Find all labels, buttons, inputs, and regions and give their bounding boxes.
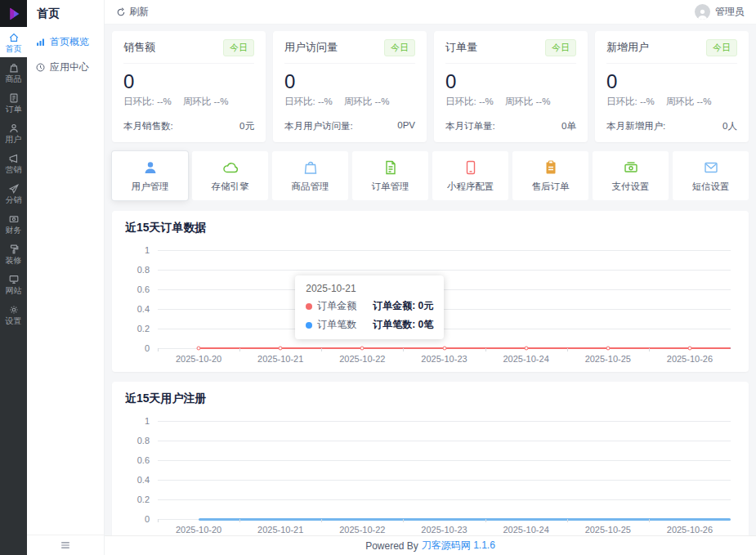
x-tick-label: 2025-10-23 xyxy=(403,354,485,364)
stat-footer: 本月销售数: 0元 xyxy=(123,120,254,132)
x-axis: 2025-10-202025-10-212025-10-222025-10-23… xyxy=(158,519,731,535)
shortcut-payment-settings[interactable]: 支付设置 xyxy=(593,151,669,200)
stat-title: 订单量 xyxy=(445,40,477,55)
shortcut-label: 短信设置 xyxy=(692,181,730,193)
sidebar-item-app-center[interactable]: 应用中心 xyxy=(27,55,104,80)
shortcut-label: 存储引擎 xyxy=(212,181,249,193)
shortcut-sms-settings[interactable]: 短信设置 xyxy=(673,151,749,200)
stat-ratios: 日环比: --% 周环比 --% xyxy=(123,96,254,108)
chart-body: 10.80.60.40.20 2025-10-21 订单金额 订单金额: 0元 xyxy=(125,250,736,348)
rail-item-marketing[interactable]: 营销 xyxy=(0,148,27,178)
orders-chart-card: 近15天订单数据 10.80.60.40.20 2025-10-21 订单金额 … xyxy=(112,211,749,372)
logo-icon xyxy=(5,5,23,23)
mail-icon xyxy=(703,159,719,176)
bar-chart-icon xyxy=(35,37,46,47)
x-tick-label: 2025-10-25 xyxy=(567,525,649,535)
shortcut-label: 订单管理 xyxy=(372,181,409,193)
rail-item-label: 分销 xyxy=(6,196,22,204)
secondary-sidebar: 首页 首页概览 应用中心 xyxy=(27,0,105,555)
refresh-button[interactable]: 刷新 xyxy=(116,5,149,19)
rail-item-goods[interactable]: 商品 xyxy=(0,57,27,87)
gridline xyxy=(158,289,731,290)
refresh-label: 刷新 xyxy=(129,5,149,19)
user-manage-icon xyxy=(142,159,159,176)
series-name: 订单金额 xyxy=(317,299,356,313)
footer-link[interactable]: 刀客源码网 1.1.6 xyxy=(422,539,495,553)
shortcut-order-manage[interactable]: 订单管理 xyxy=(352,151,428,200)
x-tick-label: 2025-10-22 xyxy=(321,354,403,364)
x-tick-label: 2025-10-21 xyxy=(239,354,321,364)
stat-card-new-users: 新增用户 今日 0 日环比: --% 周环比 --% 本月新增用户: 0人 xyxy=(595,31,749,142)
data-point-dot[interactable] xyxy=(360,347,365,351)
data-point-dot[interactable] xyxy=(524,347,528,351)
week-ratio: 周环比 --% xyxy=(183,96,229,108)
y-axis: 10.80.60.40.20 xyxy=(125,250,158,348)
main-area: 刷新 管理员 销售额 今日 0 日环比: --% xyxy=(105,0,756,555)
shortcut-user-manage[interactable]: 用户管理 xyxy=(112,151,188,200)
x-tick-label: 2025-10-22 xyxy=(321,525,403,535)
primary-nav-rail: 首页 商品 订单 用户 营销 分销 财务 装修 xyxy=(0,0,27,555)
x-tick-label: 2025-10-26 xyxy=(649,354,731,364)
y-tick-label: 1 xyxy=(145,416,150,426)
y-axis: 10.80.60.40.20 xyxy=(125,421,158,519)
tooltip-row: 订单笔数 订单笔数: 0笔 xyxy=(306,318,433,332)
tooltip-row: 订单金额 订单金额: 0元 xyxy=(306,299,433,313)
rail-item-finance[interactable]: 财务 xyxy=(0,208,27,239)
gridline xyxy=(158,441,731,441)
x-tick-label: 2025-10-24 xyxy=(485,525,567,535)
gridline xyxy=(158,329,731,329)
rail-item-decorate[interactable]: 装修 xyxy=(0,239,27,269)
data-point-dot[interactable] xyxy=(606,347,610,351)
week-ratio: 周环比 --% xyxy=(666,96,712,108)
rail-item-distribution[interactable]: 分销 xyxy=(0,178,27,208)
user-menu[interactable]: 管理员 xyxy=(695,4,745,20)
settings-icon xyxy=(8,304,20,316)
x-tick-label: 2025-10-26 xyxy=(649,525,731,535)
shortcut-miniprogram-config[interactable]: 小程序配置 xyxy=(432,151,508,200)
y-tick-label: 0.4 xyxy=(137,304,150,314)
gridline xyxy=(158,499,731,500)
data-point-dot[interactable] xyxy=(279,347,283,351)
rail-item-orders[interactable]: 订单 xyxy=(0,87,27,118)
data-point-dot[interactable] xyxy=(442,347,446,351)
sidebar-collapse-button[interactable] xyxy=(27,535,104,555)
rail-item-label: 装修 xyxy=(6,257,22,265)
shortcut-label: 商品管理 xyxy=(292,181,329,193)
rail-item-label: 营销 xyxy=(6,166,22,174)
cloud-icon xyxy=(222,159,239,176)
series-dot-blue xyxy=(306,322,312,329)
series-value: 订单金额: 0元 xyxy=(361,299,433,313)
data-point-dot[interactable] xyxy=(197,347,201,351)
y-tick-label: 0 xyxy=(145,514,150,524)
gridline xyxy=(158,250,731,251)
sidebar-title: 首页 xyxy=(27,0,104,29)
data-point-dot[interactable] xyxy=(687,347,691,351)
sidebar-item-label: 首页概览 xyxy=(50,35,89,49)
finance-icon xyxy=(8,213,20,225)
gridline xyxy=(158,460,731,461)
shortcut-aftersale-orders[interactable]: 售后订单 xyxy=(512,151,588,200)
stat-footer-label: 本月新增用户: xyxy=(606,120,665,132)
sidebar-item-home-overview[interactable]: 首页概览 xyxy=(27,29,104,55)
stat-value: 0 xyxy=(606,70,737,93)
stat-title: 用户访问量 xyxy=(284,40,338,55)
stat-value: 0 xyxy=(284,70,415,93)
avatar xyxy=(695,4,710,20)
plot-area[interactable]: 2025-10-21 订单金额 订单金额: 0元 订单笔数 订单笔数: 0笔 xyxy=(158,250,731,348)
rail-item-website[interactable]: 网站 xyxy=(0,269,27,299)
sidebar-item-label: 应用中心 xyxy=(50,60,89,74)
shortcut-goods-manage[interactable]: 商品管理 xyxy=(272,151,348,200)
shortcut-storage-engine[interactable]: 存储引擎 xyxy=(192,151,268,200)
app-logo[interactable] xyxy=(0,0,27,27)
stat-footer: 本月用户访问量: 0PV xyxy=(284,120,415,132)
plot-area[interactable] xyxy=(158,421,731,519)
distribution-icon xyxy=(8,183,20,195)
rail-item-settings[interactable]: 设置 xyxy=(0,299,27,329)
rail-item-home[interactable]: 首页 xyxy=(0,27,27,57)
day-ratio: 日环比: --% xyxy=(284,96,333,108)
rail-item-label: 财务 xyxy=(6,226,22,235)
stat-card-orders: 订单量 今日 0 日环比: --% 周环比 --% 本月订单量: 0单 xyxy=(434,31,588,142)
x-tick-label: 2025-10-20 xyxy=(158,525,239,535)
stat-footer-label: 本月用户访问量: xyxy=(284,120,353,132)
rail-item-users[interactable]: 用户 xyxy=(0,118,27,148)
